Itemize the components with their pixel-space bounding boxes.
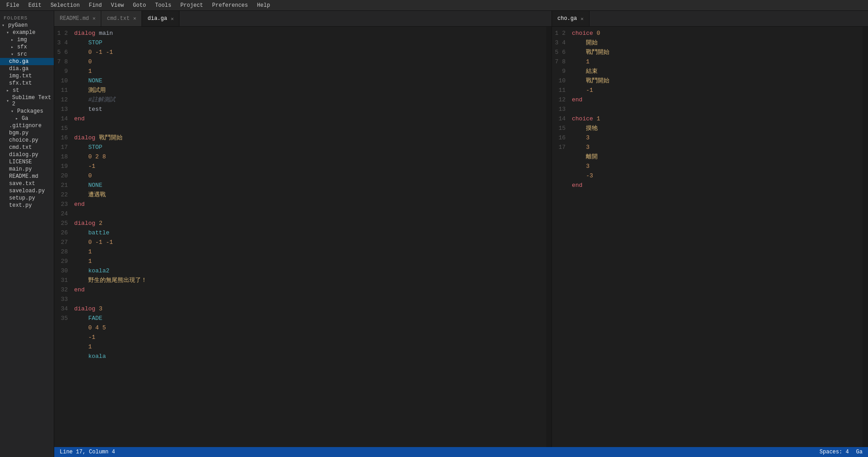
editor-area: README.md ✕ cmd.txt ✕ dia.ga ✕ 1 2 3 4 5… (54, 11, 868, 457)
tab-dia-ga-label: dia.ga (147, 15, 167, 22)
folder-pyGaen[interactable]: pyGaen (0, 22, 54, 29)
tab-readme-label: README.md (60, 15, 89, 22)
file-sfx-txt[interactable]: sfx.txt (0, 80, 54, 87)
menu-selection[interactable]: Selection (46, 0, 85, 11)
status-spaces: Spaces: 4 (820, 449, 849, 455)
folder-st[interactable]: st (0, 87, 54, 94)
file-save-txt[interactable]: save.txt (0, 180, 54, 187)
editor-pane-right: cho.ga ✕ 1 2 3 4 5 6 7 8 9 10 11 12 13 1… (552, 11, 868, 447)
file-img-txt[interactable]: img.txt (0, 72, 54, 80)
minimap-right (863, 27, 868, 447)
file-gitignore[interactable]: .gitignore (0, 122, 54, 129)
sidebar: FOLDERS pyGaen example img sfx src cho.g… (0, 11, 54, 457)
file-dia-ga[interactable]: dia.ga (0, 65, 54, 72)
arrow-icon (6, 98, 12, 104)
editors-split: README.md ✕ cmd.txt ✕ dia.ga ✕ 1 2 3 4 5… (54, 11, 868, 447)
tab-bar-left: README.md ✕ cmd.txt ✕ dia.ga ✕ (54, 11, 552, 27)
tab-dia-ga-close[interactable]: ✕ (171, 16, 174, 22)
file-text-py[interactable]: text.py (0, 202, 54, 209)
arrow-icon (11, 109, 17, 114)
tab-cmd-label: cmd.txt (107, 15, 129, 22)
folder-src[interactable]: src (0, 51, 54, 58)
status-syntax: Ga (856, 449, 863, 455)
folder-sfx[interactable]: sfx (0, 43, 54, 51)
tab-bar-right: cho.ga ✕ (552, 11, 868, 27)
menu-help[interactable]: Help (253, 0, 275, 11)
main-layout: FOLDERS pyGaen example img sfx src cho.g… (0, 11, 868, 457)
arrow-icon (6, 88, 13, 93)
menu-preferences[interactable]: Preferences (208, 0, 252, 11)
status-left: Line 17, Column 4 (60, 449, 115, 455)
line-numbers-right: 1 2 3 4 5 6 7 8 9 10 11 12 13 14 15 16 1… (552, 27, 570, 447)
file-cho-ga[interactable]: cho.ga (0, 58, 54, 65)
file-main-py[interactable]: main.py (0, 166, 54, 173)
menu-tools[interactable]: Tools (151, 0, 176, 11)
tab-cmd[interactable]: cmd.txt ✕ (101, 11, 142, 26)
menu-goto[interactable]: Goto (128, 0, 151, 11)
code-content-right[interactable]: choice 0 開始 戰鬥開始 1 結束 戰鬥開始 -1 end choice… (570, 27, 863, 447)
menubar: File Edit Selection Find View Goto Tools… (0, 0, 868, 11)
arrow-icon (15, 116, 22, 121)
folder-ga[interactable]: Ga (0, 115, 54, 122)
tab-readme-close[interactable]: ✕ (93, 15, 96, 21)
code-area-left[interactable]: 1 2 3 4 5 6 7 8 9 10 11 12 13 14 15 16 1… (54, 27, 552, 447)
menu-view[interactable]: View (106, 0, 128, 11)
arrow-icon (11, 37, 17, 43)
file-readme-md[interactable]: README.md (0, 173, 54, 180)
menu-file[interactable]: File (2, 0, 24, 11)
menu-project[interactable]: Project (176, 0, 208, 11)
tab-cho-ga[interactable]: cho.ga ✕ (552, 11, 590, 26)
status-right: Spaces: 4 Ga (820, 449, 863, 455)
tab-readme[interactable]: README.md ✕ (54, 11, 101, 26)
tab-cho-ga-close[interactable]: ✕ (580, 16, 584, 22)
tab-dia-ga[interactable]: dia.ga ✕ (142, 11, 179, 26)
menu-find[interactable]: Find (84, 0, 106, 11)
arrow-icon (11, 52, 17, 57)
folder-packages[interactable]: Packages (0, 108, 54, 115)
folders-label: FOLDERS (0, 13, 54, 22)
file-license[interactable]: LICENSE (0, 158, 54, 166)
file-dialog-py[interactable]: dialog.py (0, 151, 54, 158)
file-saveload-py[interactable]: saveload.py (0, 187, 54, 195)
statusbar: Line 17, Column 4 Spaces: 4 Ga (54, 447, 868, 457)
editor-pane-left: README.md ✕ cmd.txt ✕ dia.ga ✕ 1 2 3 4 5… (54, 11, 552, 447)
tab-cmd-close[interactable]: ✕ (133, 15, 137, 21)
file-choice-py[interactable]: choice.py (0, 137, 54, 144)
file-bgm-py[interactable]: bgm.py (0, 129, 54, 137)
minimap-left (546, 27, 552, 447)
arrow-icon (6, 30, 13, 35)
code-content-left[interactable]: dialog main STOP 0 -1 -1 0 1 NONE 測試用 #註… (72, 27, 546, 447)
folder-img[interactable]: img (0, 36, 54, 43)
code-area-right[interactable]: 1 2 3 4 5 6 7 8 9 10 11 12 13 14 15 16 1… (552, 27, 868, 447)
menu-edit[interactable]: Edit (24, 0, 46, 11)
folder-sublime[interactable]: Sublime Text 2 (0, 94, 54, 108)
file-setup-py[interactable]: setup.py (0, 195, 54, 202)
line-numbers-left: 1 2 3 4 5 6 7 8 9 10 11 12 13 14 15 16 1… (54, 27, 72, 447)
tab-cho-ga-label: cho.ga (557, 15, 577, 22)
arrow-icon (2, 23, 8, 28)
file-cmd-txt[interactable]: cmd.txt (0, 144, 54, 151)
folder-example[interactable]: example (0, 29, 54, 36)
status-position: Line 17, Column 4 (60, 449, 115, 455)
arrow-icon (11, 44, 17, 50)
